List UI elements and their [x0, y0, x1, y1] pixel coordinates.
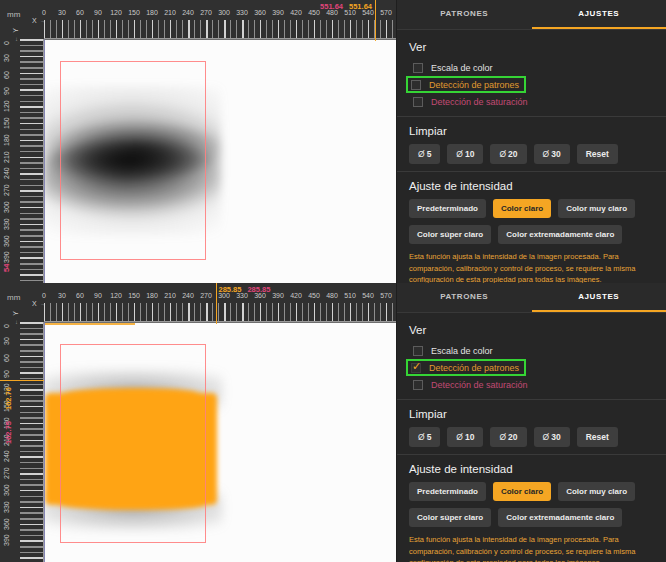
checkbox-deteccion-de-saturacion[interactable]: Detección de saturación	[409, 94, 532, 109]
checkbox-deteccion-de-patrones[interactable]: ✓Detección de patrones	[406, 359, 526, 376]
ruler-tick-label: 390	[272, 9, 284, 16]
y-ruler	[20, 322, 44, 562]
diameter-icon: Ø	[499, 432, 506, 442]
clean-section: Limpiar Ø5Ø10Ø20Ø30Reset	[397, 400, 666, 454]
section-title-limpiar: Limpiar	[409, 125, 654, 137]
section-title-ver: Ver	[409, 41, 654, 53]
measurement-line-x	[375, 0, 376, 41]
y-ruler	[20, 39, 44, 283]
checkbox-label: Detección de saturación	[431, 97, 528, 107]
image-canvas[interactable]	[44, 322, 396, 562]
intensity-note: Esta función ajusta la intensidad de la …	[409, 251, 654, 283]
clean-button-5[interactable]: Ø5	[409, 144, 440, 164]
x-ruler	[44, 20, 396, 39]
ruler-tick-label: 570	[380, 292, 392, 299]
ruler-tick-label: 240	[3, 168, 10, 180]
measurement-readout-x: 551.64551.64	[320, 2, 372, 11]
image-canvas[interactable]	[44, 39, 396, 283]
clean-button-30[interactable]: Ø30	[534, 144, 570, 164]
clean-button-label: 5	[427, 432, 432, 442]
app-window: mm X → Y ↓ 03060901201501802102402703003…	[0, 0, 666, 562]
intensity-button-predeterminado[interactable]: Predeterminado	[409, 199, 486, 218]
intensity-button-color-extremadamente-claro[interactable]: Color extremadamente claro	[498, 508, 622, 527]
intensity-note: Esta función ajusta la intensidad de la …	[409, 534, 654, 562]
checkbox-deteccion-de-saturacion[interactable]: Detección de saturación	[409, 377, 532, 392]
checkbox-escala-de-color[interactable]: Escala de color	[409, 60, 497, 75]
unit-label: mm	[7, 10, 20, 19]
checkbox-label: Detección de patrones	[429, 80, 519, 90]
diameter-icon: Ø	[456, 432, 463, 442]
tab-ajustes[interactable]: AJUSTES	[532, 0, 666, 29]
ruler-tick-label: 450	[308, 292, 320, 299]
diameter-icon: Ø	[456, 149, 463, 159]
measure-value-pink: 551.64	[320, 2, 343, 11]
diameter-icon: Ø	[499, 149, 506, 159]
clean-button-10[interactable]: Ø10	[447, 144, 483, 164]
unit-label: mm	[7, 293, 20, 302]
checkbox-icon	[413, 97, 423, 107]
ruler-tick-label: 270	[200, 9, 212, 16]
ruler-tick-label: 0	[3, 41, 10, 45]
tab-ajustes[interactable]: AJUSTES	[532, 283, 666, 312]
ruler-tick-label: 300	[218, 9, 230, 16]
check-icon: ✓	[412, 360, 421, 373]
checkbox-deteccion-de-patrones[interactable]: Detección de patrones	[406, 76, 526, 93]
pattern-rectangle	[60, 344, 206, 543]
ruler-tick-label: 360	[254, 9, 266, 16]
ruler-tick-label: 120	[110, 292, 122, 299]
measurement-line-x	[216, 283, 217, 324]
ruler-tick-label: 300	[3, 201, 10, 213]
intensity-button-color-muy-claro[interactable]: Color muy claro	[558, 199, 635, 218]
clean-button-20[interactable]: Ø20	[490, 427, 526, 447]
intensity-button-color-super-claro[interactable]: Color súper claro	[409, 508, 491, 527]
y-axis-label: Y	[12, 28, 19, 33]
clean-button-label: 30	[551, 149, 560, 159]
clean-section: Limpiar Ø5Ø10Ø20Ø30Reset	[397, 117, 666, 171]
checkbox-label: Detección de patrones	[429, 363, 519, 373]
diameter-icon: Ø	[543, 149, 550, 159]
clean-buttons: Ø5Ø10Ø20Ø30Reset	[409, 144, 654, 164]
measurement-readout-x: 285.85285.85	[219, 285, 271, 294]
intensity-section: Ajuste de intensidad PredeterminadoColor…	[397, 172, 666, 283]
measure-value-fragment: 54	[2, 264, 11, 272]
ruler-tick-label: 270	[3, 468, 10, 480]
tab-patrones[interactable]: PATRONES	[397, 0, 532, 29]
intensity-button-color-muy-claro[interactable]: Color muy claro	[558, 482, 635, 501]
ruler-tick-label: 330	[3, 218, 10, 230]
measurement-line-y	[0, 380, 44, 381]
intensity-button-color-extremadamente-claro[interactable]: Color extremadamente claro	[498, 225, 622, 244]
intensity-button-color-claro[interactable]: Color claro	[493, 482, 551, 501]
intensity-button-predeterminado[interactable]: Predeterminado	[409, 482, 486, 501]
ruler-tick-label: 60	[3, 354, 10, 362]
ruler-tick-label: 570	[380, 9, 392, 16]
checkbox-icon	[413, 380, 423, 390]
clean-button-30[interactable]: Ø30	[534, 427, 570, 447]
ruler-tick-label: 390	[272, 292, 284, 299]
checkbox-label: Detección de saturación	[431, 380, 528, 390]
measure-value-orange: 551.64	[349, 2, 372, 11]
ruler-tick-label: 150	[128, 9, 140, 16]
ruler-tick-label: 240	[3, 451, 10, 463]
intensity-button-color-super-claro[interactable]: Color súper claro	[409, 225, 491, 244]
clean-button-label: Reset	[586, 149, 609, 159]
tab-bar: PATRONES AJUSTES	[397, 283, 666, 313]
clean-button-10[interactable]: Ø10	[447, 427, 483, 447]
pattern-rectangle	[60, 61, 206, 260]
ruler-tick-label: 150	[3, 117, 10, 129]
x-ruler	[44, 303, 396, 322]
reset-button[interactable]: Reset	[577, 427, 618, 447]
reset-button[interactable]: Reset	[577, 144, 618, 164]
ruler-tick-label: 90	[94, 9, 102, 16]
checkbox-escala-de-color[interactable]: Escala de color	[409, 343, 497, 358]
section-title-limpiar: Limpiar	[409, 408, 654, 420]
clean-button-20[interactable]: Ø20	[490, 144, 526, 164]
tab-patrones[interactable]: PATRONES	[397, 283, 532, 312]
ruler-tick-label: 30	[3, 337, 10, 345]
clean-button-label: 10	[465, 432, 474, 442]
view-section: Ver Escala de colorDetección de patrones…	[397, 30, 666, 116]
intensity-button-color-claro[interactable]: Color claro	[493, 199, 551, 218]
ruler-tick-label: 0	[3, 324, 10, 328]
ruler-tick-label: 180	[146, 292, 158, 299]
measure-value-orange: 285.85	[219, 285, 242, 294]
clean-button-5[interactable]: Ø5	[409, 427, 440, 447]
